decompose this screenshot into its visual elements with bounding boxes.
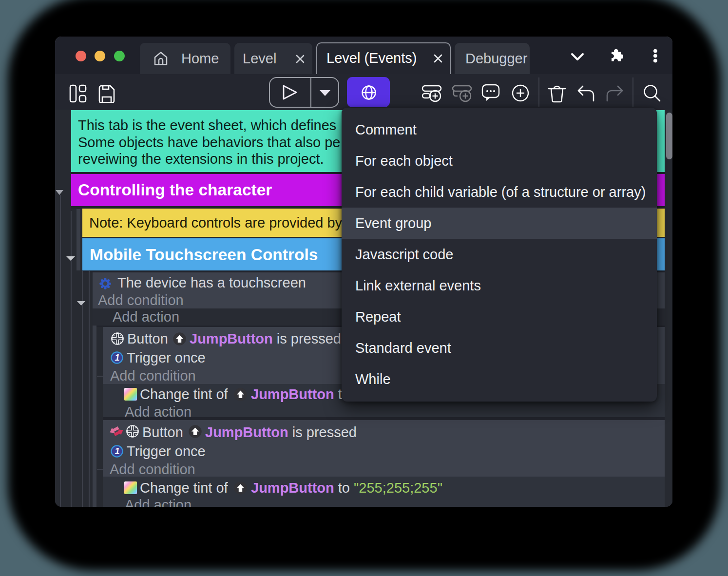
svg-text:1: 1 [115, 353, 120, 363]
svg-text:1: 1 [115, 446, 120, 456]
